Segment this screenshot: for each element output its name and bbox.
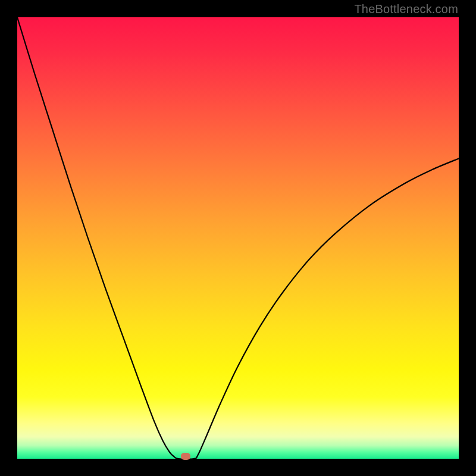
optimal-point-marker	[181, 453, 190, 460]
bottleneck-curve	[17, 17, 459, 459]
watermark-text: TheBottleneck.com	[354, 2, 458, 16]
chart-frame: TheBottleneck.com	[0, 0, 476, 476]
plot-area	[17, 17, 459, 459]
